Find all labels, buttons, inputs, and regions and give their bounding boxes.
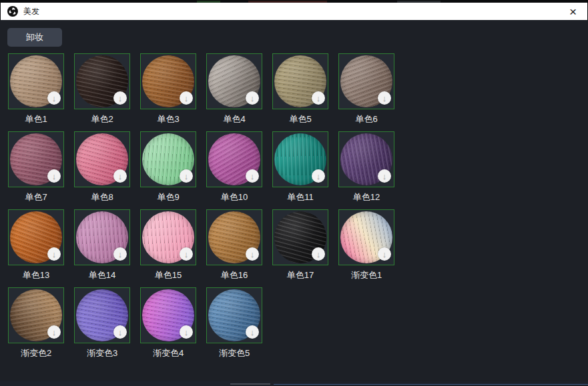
hair-swatch-cell: ↓单色14	[74, 209, 130, 281]
hair-swatch-cell: ↓单色5	[272, 53, 328, 125]
hair-swatch-tile[interactable]: ↓	[206, 53, 262, 109]
hair-swatch-label: 渐变色1	[338, 270, 394, 281]
hair-swatch-tile[interactable]: ↓	[272, 53, 328, 109]
hair-swatch-cell: ↓单色11	[272, 131, 328, 203]
download-arrow-glyph: ↓	[250, 94, 255, 103]
hair-swatch-tile[interactable]: ↓	[338, 209, 394, 265]
hair-swatch-label: 单色5	[272, 114, 328, 125]
download-arrow-glyph: ↓	[52, 172, 57, 181]
download-arrow-glyph: ↓	[52, 94, 57, 103]
hair-swatch-tile[interactable]: ↓	[338, 131, 394, 187]
download-icon[interactable]: ↓	[246, 325, 259, 339]
download-icon[interactable]: ↓	[246, 247, 259, 261]
dialog-titlebar: 美发 ×	[1, 3, 587, 20]
hair-swatch-tile[interactable]: ↓	[140, 53, 196, 109]
download-icon[interactable]: ↓	[180, 91, 193, 105]
download-icon[interactable]: ↓	[113, 325, 127, 339]
download-icon[interactable]: ↓	[47, 169, 61, 183]
download-icon[interactable]: ↓	[312, 91, 325, 105]
download-icon[interactable]: ↓	[378, 91, 391, 105]
hair-swatch-label: 单色3	[140, 114, 196, 125]
download-arrow-glyph: ↓	[52, 328, 57, 337]
hair-swatch-cell: ↓单色6	[338, 53, 394, 125]
download-icon[interactable]: ↓	[312, 247, 325, 261]
hair-swatch-cell: ↓渐变色3	[74, 287, 130, 359]
download-icon[interactable]: ↓	[47, 247, 61, 261]
download-icon[interactable]: ↓	[113, 91, 127, 105]
remove-makeup-button[interactable]: 卸妆	[7, 28, 62, 47]
hair-swatch-cell: ↓单色15	[140, 209, 196, 281]
download-arrow-glyph: ↓	[316, 250, 321, 259]
download-icon[interactable]: ↓	[113, 247, 127, 261]
hair-style-grid: ↓单色1↓单色2↓单色3↓单色4↓单色5↓单色6↓单色7↓单色8↓单色9↓单色1…	[8, 53, 408, 359]
download-arrow-glyph: ↓	[184, 328, 189, 337]
download-arrow-glyph: ↓	[118, 250, 123, 259]
hair-swatch-tile[interactable]: ↓	[338, 53, 394, 109]
hair-swatch-tile[interactable]: ↓	[140, 209, 196, 265]
download-arrow-glyph: ↓	[118, 328, 123, 337]
download-icon[interactable]: ↓	[47, 325, 61, 339]
hair-swatch-tile[interactable]: ↓	[74, 287, 130, 343]
hair-swatch-cell: ↓单色7	[8, 131, 64, 203]
hair-swatch-label: 单色6	[338, 114, 394, 125]
background-blue-line	[274, 384, 588, 385]
download-icon[interactable]: ↓	[180, 169, 193, 183]
hair-swatch-label: 单色10	[206, 192, 262, 203]
hair-swatch-tile[interactable]: ↓	[206, 287, 262, 343]
hair-swatch-label: 单色2	[74, 114, 130, 125]
hair-swatch-tile[interactable]: ↓	[206, 131, 262, 187]
download-arrow-glyph: ↓	[316, 172, 321, 181]
hair-swatch-label: 单色14	[74, 270, 130, 281]
hair-swatch-cell: ↓渐变色5	[206, 287, 262, 359]
download-arrow-glyph: ↓	[184, 172, 189, 181]
hair-swatch-tile[interactable]: ↓	[8, 53, 64, 109]
download-arrow-glyph: ↓	[250, 250, 255, 259]
download-icon[interactable]: ↓	[47, 91, 61, 105]
hair-swatch-cell: ↓渐变色2	[8, 287, 64, 359]
download-arrow-glyph: ↓	[118, 94, 123, 103]
hair-swatch-tile[interactable]: ↓	[8, 131, 64, 187]
hair-swatch-cell: ↓单色17	[272, 209, 328, 281]
download-icon[interactable]: ↓	[113, 169, 127, 183]
hair-swatch-cell: ↓单色3	[140, 53, 196, 125]
download-arrow-glyph: ↓	[250, 172, 255, 181]
hair-swatch-tile[interactable]: ↓	[140, 287, 196, 343]
download-icon[interactable]: ↓	[246, 169, 259, 183]
download-arrow-glyph: ↓	[52, 250, 57, 259]
screen: 美发 × 卸妆 ↓单色1↓单色2↓单色3↓单色4↓单色5↓单色6↓单色7↓单色8…	[0, 0, 588, 386]
hair-swatch-tile[interactable]: ↓	[272, 131, 328, 187]
download-arrow-glyph: ↓	[184, 250, 189, 259]
hair-swatch-cell: ↓渐变色1	[338, 209, 394, 281]
hair-swatch-label: 渐变色3	[74, 348, 130, 359]
hair-swatch-tile[interactable]: ↓	[206, 209, 262, 265]
hair-swatch-label: 单色8	[74, 192, 130, 203]
hair-swatch-cell: ↓单色8	[74, 131, 130, 203]
hair-swatch-tile[interactable]: ↓	[8, 287, 64, 343]
download-arrow-glyph: ↓	[250, 328, 255, 337]
dialog-body: 卸妆 ↓单色1↓单色2↓单色3↓单色4↓单色5↓单色6↓单色7↓单色8↓单色9↓…	[0, 20, 588, 381]
download-icon[interactable]: ↓	[246, 91, 259, 105]
hair-swatch-label: 单色16	[206, 270, 262, 281]
hair-swatch-tile[interactable]: ↓	[140, 131, 196, 187]
download-icon[interactable]: ↓	[378, 247, 391, 261]
hair-swatch-label: 单色9	[140, 192, 196, 203]
download-icon[interactable]: ↓	[180, 247, 193, 261]
hair-swatch-cell: ↓单色12	[338, 131, 394, 203]
hair-swatch-label: 单色13	[8, 270, 64, 281]
hair-swatch-tile[interactable]: ↓	[74, 131, 130, 187]
hair-swatch-tile[interactable]: ↓	[74, 209, 130, 265]
download-icon[interactable]: ↓	[180, 325, 193, 339]
hair-swatch-tile[interactable]: ↓	[272, 209, 328, 265]
download-arrow-glyph: ↓	[316, 94, 321, 103]
hair-swatch-tile[interactable]: ↓	[8, 209, 64, 265]
hair-swatch-cell: ↓渐变色4	[140, 287, 196, 359]
download-icon[interactable]: ↓	[312, 169, 325, 183]
hair-swatch-label: 渐变色5	[206, 348, 262, 359]
hair-swatch-label: 渐变色2	[8, 348, 64, 359]
hair-swatch-cell: ↓单色2	[74, 53, 130, 125]
hair-swatch-label: 单色11	[272, 192, 328, 203]
hair-swatch-label: 渐变色4	[140, 348, 196, 359]
download-icon[interactable]: ↓	[378, 169, 391, 183]
hair-swatch-tile[interactable]: ↓	[74, 53, 130, 109]
close-button[interactable]: ×	[565, 5, 581, 18]
